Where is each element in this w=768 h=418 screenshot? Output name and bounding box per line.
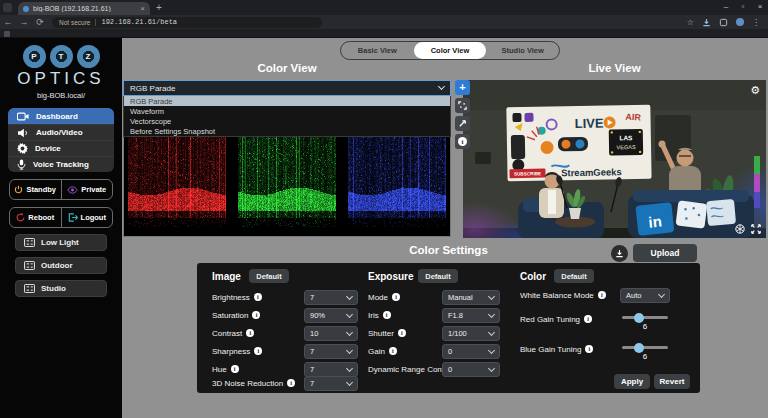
- fullscreen-icon[interactable]: [751, 224, 761, 234]
- url-field[interactable]: Not secure 192.168.21.61/beta: [52, 17, 322, 28]
- window-close-button[interactable]: ×: [752, 0, 768, 13]
- video-settings-gear-icon[interactable]: ⚙: [750, 84, 760, 97]
- bookmark-star-icon[interactable]: ☆: [687, 18, 694, 27]
- reboot-button[interactable]: Reboot: [10, 208, 61, 227]
- profile-avatar[interactable]: [736, 18, 744, 26]
- tab-color-view[interactable]: Color View: [414, 42, 487, 59]
- info-icon[interactable]: i: [246, 329, 254, 337]
- window-maximize-button[interactable]: ▫: [735, 0, 751, 13]
- color-wheel-icon[interactable]: [735, 224, 745, 234]
- info-icon[interactable]: i: [383, 311, 391, 319]
- logout-icon: [68, 213, 78, 222]
- url-separator: [95, 19, 96, 26]
- reload-icon[interactable]: ⟳: [32, 17, 48, 27]
- extensions-icon[interactable]: [719, 18, 728, 27]
- bookmark-favicon[interactable]: [4, 31, 10, 37]
- dynamic-range-dropdown[interactable]: 0: [442, 362, 500, 377]
- noise-reduction-dropdown[interactable]: 7: [304, 376, 358, 391]
- preset-low-light[interactable]: Low Light: [15, 234, 107, 251]
- info-icon[interactable]: i: [254, 293, 262, 301]
- standby-button[interactable]: Standby: [10, 180, 61, 199]
- info-tool-button[interactable]: i: [455, 134, 470, 149]
- info-icon[interactable]: i: [598, 291, 606, 299]
- color-default-button[interactable]: Default: [554, 269, 594, 283]
- info-icon[interactable]: i: [398, 329, 406, 337]
- private-button[interactable]: Private: [61, 180, 113, 199]
- chevron-down-icon: [346, 328, 353, 335]
- info-icon[interactable]: i: [392, 293, 400, 301]
- hue-dropdown[interactable]: 7: [304, 362, 358, 377]
- preset-label: Low Light: [41, 238, 79, 247]
- sidebar-item-dashboard[interactable]: Dashboard: [8, 108, 114, 124]
- contrast-dropdown[interactable]: 10: [304, 326, 358, 341]
- camera-icon: [17, 112, 29, 121]
- tab-basic-view[interactable]: Basic View: [341, 42, 414, 59]
- tab-search-icon[interactable]: [3, 3, 12, 12]
- info-icon[interactable]: i: [231, 365, 239, 373]
- pointer-tool-button[interactable]: [455, 116, 470, 131]
- info-icon[interactable]: i: [254, 347, 262, 355]
- sharpness-dropdown[interactable]: 7: [304, 344, 358, 359]
- exposure-default-button[interactable]: Default: [418, 269, 458, 283]
- preset-studio[interactable]: Studio: [15, 280, 107, 297]
- option-rgb-parade[interactable]: RGB Parade: [124, 96, 450, 106]
- back-icon[interactable]: ←: [0, 17, 16, 27]
- upload-settings-button[interactable]: Upload: [633, 244, 697, 262]
- chevron-down-icon: [346, 364, 353, 371]
- red-gain-slider[interactable]: [622, 316, 668, 319]
- image-default-button[interactable]: Default: [249, 269, 289, 283]
- info-icon[interactable]: i: [584, 315, 592, 323]
- not-secure-badge[interactable]: Not secure: [59, 19, 90, 26]
- live-view-video[interactable]: LIVE AIR LAS VEGAS SUBSCRIBE StreamGeeks: [463, 80, 766, 238]
- iris-dropdown[interactable]: F1.8: [442, 308, 500, 323]
- new-tab-button[interactable]: +: [156, 2, 162, 13]
- mode-dropdown[interactable]: Manual: [442, 290, 500, 305]
- apply-button[interactable]: Apply: [614, 374, 650, 389]
- download-settings-button[interactable]: [611, 245, 628, 262]
- slider-handle[interactable]: [634, 343, 644, 353]
- chevron-down-icon: [488, 310, 495, 317]
- sidebar-item-voice-tracking[interactable]: Voice Tracking: [8, 156, 114, 172]
- info-icon[interactable]: i: [287, 379, 295, 387]
- saturation-dropdown[interactable]: 90%: [304, 308, 358, 323]
- browser-tab[interactable]: big-BOB (192.168.21.61) ×: [18, 2, 150, 15]
- window-minimize-button[interactable]: –: [718, 0, 734, 13]
- logout-button[interactable]: Logout: [61, 208, 113, 227]
- sharpness-label: Sharpnessi: [212, 344, 262, 358]
- forward-icon[interactable]: →: [16, 17, 32, 27]
- option-before-settings-snapshot[interactable]: Before Settings Snapshot: [124, 126, 450, 136]
- sidebar-item-device[interactable]: Device: [8, 140, 114, 156]
- preset-outdoor[interactable]: Outdoor: [15, 257, 107, 274]
- diagonal-arrow-icon: [458, 119, 467, 128]
- sidebar-item-label: Voice Tracking: [33, 160, 89, 169]
- white-balance-dropdown[interactable]: Auto: [620, 288, 670, 303]
- fit-screen-tool-button[interactable]: [455, 98, 470, 113]
- svg-text:in: in: [648, 212, 663, 230]
- brightness-dropdown[interactable]: 7: [304, 290, 358, 305]
- blue-gain-value: 6: [622, 352, 668, 361]
- scope-options-list: RGB Parade Waveform Vectorscope Before S…: [123, 96, 451, 137]
- revert-button[interactable]: Revert: [654, 374, 690, 389]
- blue-gain-slider[interactable]: [622, 346, 668, 349]
- tab-studio-view[interactable]: Studio View: [486, 42, 559, 59]
- zoom-in-tool-button[interactable]: +: [455, 80, 470, 95]
- info-icon[interactable]: i: [252, 311, 260, 319]
- power-icon: [14, 185, 23, 194]
- tab-close-icon[interactable]: ×: [140, 5, 145, 13]
- scope-type-select[interactable]: RGB Parade: [123, 80, 451, 96]
- option-vectorscope[interactable]: Vectorscope: [124, 116, 450, 126]
- info-icon[interactable]: i: [585, 345, 593, 353]
- red-gain-label: Red Gain Tuningi: [520, 312, 592, 326]
- bookmarks-bar: [0, 29, 768, 38]
- slider-handle[interactable]: [634, 313, 644, 323]
- url-text[interactable]: 192.168.21.61/beta: [101, 18, 177, 26]
- browser-menu-icon[interactable]: ⋮: [752, 18, 760, 27]
- option-waveform[interactable]: Waveform: [124, 106, 450, 116]
- download-icon[interactable]: [702, 18, 711, 27]
- shutter-dropdown[interactable]: 1/100: [442, 326, 500, 341]
- info-icon[interactable]: i: [389, 347, 397, 355]
- sidebar-item-audio-video[interactable]: Audio/Video: [8, 124, 114, 140]
- mode-label: Modei: [368, 290, 400, 304]
- gain-dropdown[interactable]: 0: [442, 344, 500, 359]
- microphone-icon: [17, 159, 26, 170]
